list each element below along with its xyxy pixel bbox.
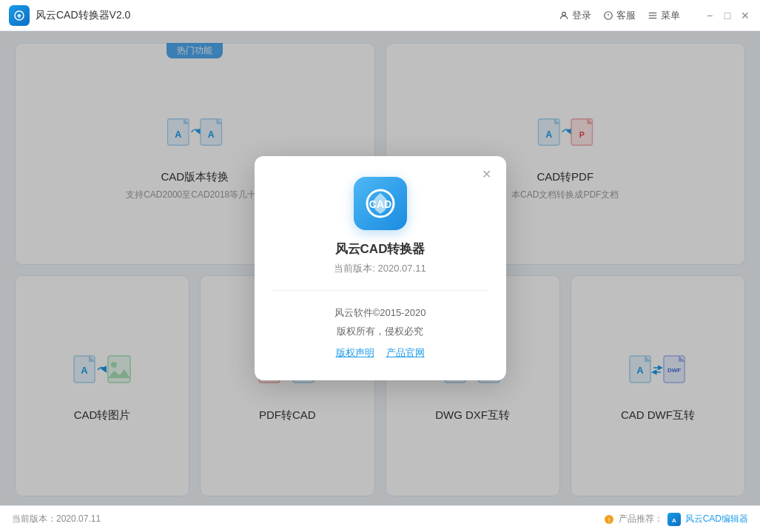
- about-dialog: ✕ CAD 风云CAD转换器 当前版本: 2020.07.11 风云软件©201…: [255, 156, 506, 380]
- status-version: 当前版本：2020.07.11: [12, 513, 101, 525]
- menu-label: 菜单: [661, 9, 680, 22]
- copyright-text: 风云软件©2015-2020: [334, 304, 426, 323]
- svg-text:C: C: [18, 14, 21, 18]
- close-button[interactable]: ✕: [739, 10, 751, 21]
- maximize-button[interactable]: □: [722, 10, 733, 21]
- dialog-body: CAD 风云CAD转换器 当前版本: 2020.07.11 风云软件©2015-…: [255, 156, 506, 362]
- status-bar-right: ! 产品推荐： A 风云CAD编辑器: [604, 513, 748, 526]
- recommend-app-icon: A: [667, 513, 681, 526]
- recommend-app-name[interactable]: 风云CAD编辑器: [685, 513, 748, 525]
- minimize-button[interactable]: −: [704, 10, 716, 21]
- license-link[interactable]: 版权声明: [336, 344, 374, 363]
- main-content: 热门功能 A A: [0, 31, 760, 505]
- rights-text: 版权所有，侵权必究: [334, 323, 426, 341]
- svg-text:!: !: [608, 516, 610, 524]
- dialog-copyright: 风云软件©2015-2020 版权所有，侵权必究 版权声明 产品官网: [334, 304, 426, 362]
- about-dialog-overlay: ✕ CAD 风云CAD转换器 当前版本: 2020.07.11 风云软件©201…: [0, 31, 760, 505]
- dialog-app-icon: CAD: [354, 177, 407, 230]
- menu-button[interactable]: 菜单: [648, 9, 680, 22]
- status-bar: 当前版本：2020.07.11 ! 产品推荐： A 风云CAD编辑器: [0, 505, 760, 532]
- login-label: 登录: [572, 9, 591, 22]
- recommend-label: 产品推荐：: [619, 513, 663, 525]
- title-actions: 登录 客服 菜单 − □ ✕: [559, 9, 751, 22]
- website-link[interactable]: 产品官网: [386, 344, 425, 363]
- dialog-links: 版权声明 产品官网: [334, 344, 426, 363]
- support-label: 客服: [616, 9, 636, 22]
- svg-text:CAD: CAD: [369, 198, 391, 210]
- dialog-version: 当前版本: 2020.07.11: [334, 262, 426, 275]
- app-logo: C: [9, 5, 30, 26]
- window-controls: − □ ✕: [704, 10, 751, 21]
- dialog-close-button[interactable]: ✕: [478, 165, 496, 183]
- svg-point-2: [562, 12, 566, 16]
- dialog-divider: [272, 290, 488, 291]
- recommend-icon: !: [604, 514, 614, 525]
- app-title: 风云CAD转换器V2.0: [36, 9, 559, 22]
- title-bar: C 风云CAD转换器V2.0 登录 客服 菜单 − □ ✕: [0, 0, 760, 31]
- support-button[interactable]: 客服: [603, 9, 636, 22]
- svg-text:A: A: [672, 517, 676, 524]
- dialog-app-name: 风云CAD转换器: [335, 240, 426, 257]
- login-button[interactable]: 登录: [559, 9, 591, 22]
